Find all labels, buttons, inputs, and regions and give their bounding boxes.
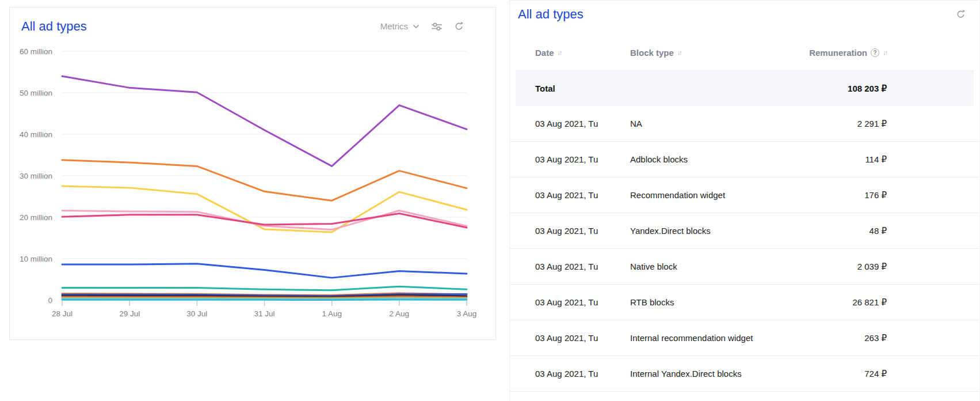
row-remuneration: 263 ₽ xyxy=(864,320,887,355)
x-axis-label: 2 Aug xyxy=(390,309,410,318)
chart-line-teal xyxy=(62,286,467,290)
row-block-type: Internal recommendation widget xyxy=(630,320,753,355)
x-axis-label: 29 Jul xyxy=(119,309,140,318)
table-row: 03 Aug 2021, Tu RTB blocks 26 821 ₽ xyxy=(510,285,979,320)
table-row: 03 Aug 2021, Tu NA 2 291 ₽ xyxy=(510,106,979,142)
row-block-type: NA xyxy=(630,106,642,141)
row-block-type: Yandex.Direct blocks xyxy=(630,213,711,248)
row-remuneration: 724 ₽ xyxy=(864,356,887,391)
sort-icon: ↓↑ xyxy=(883,49,887,56)
x-axis-label: 31 Jul xyxy=(254,309,274,318)
help-icon[interactable]: ? xyxy=(871,48,879,57)
y-axis-label: 30 million xyxy=(20,172,52,180)
y-axis-label: 0 xyxy=(48,296,52,305)
y-axis-label: 50 million xyxy=(20,89,52,97)
sort-icon: ↓↑ xyxy=(558,49,562,56)
chart-card: All ad types Metrics xyxy=(9,7,496,340)
y-axis-label: 60 million xyxy=(20,47,52,56)
y-axis-label: 20 million xyxy=(20,213,52,222)
row-block-type: RTB blocks xyxy=(630,285,674,320)
row-remuneration: 114 ₽ xyxy=(865,142,887,177)
column-label: Remuneration xyxy=(809,48,867,58)
row-date: 03 Aug 2021, Tu xyxy=(535,356,598,391)
row-remuneration: 48 ₽ xyxy=(870,213,887,248)
chart-line-purple xyxy=(62,76,467,166)
table-row: 03 Aug 2021, Tu Internal recommendation … xyxy=(510,320,979,356)
total-label: Total xyxy=(535,71,555,106)
column-header-remuneration[interactable]: Remuneration ? ↓↑ xyxy=(809,41,887,64)
column-header-block-type[interactable]: Block type ↓↑ xyxy=(630,41,681,64)
y-axis-label: 10 million xyxy=(20,255,52,263)
chart-line-blue xyxy=(62,264,467,278)
row-date: 03 Aug 2021, Tu xyxy=(535,106,598,141)
chart-line-light-pink xyxy=(62,210,467,229)
row-date: 03 Aug 2021, Tu xyxy=(535,142,598,177)
table-row: 03 Aug 2021, Tu Internal Yandex.Direct b… xyxy=(510,356,979,392)
row-date: 03 Aug 2021, Tu xyxy=(535,177,598,213)
row-block-type: Native block xyxy=(630,249,677,284)
row-remuneration: 2 039 ₽ xyxy=(857,249,887,284)
table-header-row: Date ↓↑ Block type ↓↑ Remuneration ? ↓↑ xyxy=(510,41,979,64)
y-axis-label: 40 million xyxy=(20,130,52,139)
total-value: 108 203 ₽ xyxy=(848,71,887,106)
row-remuneration: 2 291 ₽ xyxy=(857,106,887,141)
x-axis-label: 3 Aug xyxy=(457,309,477,318)
line-chart: 60 million50 million40 million30 million… xyxy=(10,7,497,341)
table-title: All ad types xyxy=(518,7,584,22)
x-axis-label: 28 Jul xyxy=(52,309,73,318)
column-label: Block type xyxy=(630,48,674,58)
table-total-row: Total 108 203 ₽ xyxy=(516,70,974,106)
table-row: 03 Aug 2021, Tu Yandex.Direct blocks 48 … xyxy=(510,213,979,249)
row-date: 03 Aug 2021, Tu xyxy=(535,320,598,355)
row-date: 03 Aug 2021, Tu xyxy=(535,285,598,320)
x-axis-label: 30 Jul xyxy=(186,309,207,318)
row-remuneration: 176 ₽ xyxy=(864,177,887,213)
sort-icon: ↓↑ xyxy=(677,49,681,56)
row-remuneration: 26 821 ₽ xyxy=(852,285,887,320)
table-card: All ad types Date ↓↑ Block type ↓↑ Remun… xyxy=(509,0,980,401)
row-block-type: Internal Yandex.Direct blocks xyxy=(630,356,742,391)
chart-line-pink xyxy=(62,214,467,228)
table-row: 03 Aug 2021, Tu Recommendation widget 17… xyxy=(510,177,979,213)
x-axis-label: 1 Aug xyxy=(322,309,342,318)
table-row: 03 Aug 2021, Tu Adblock blocks 114 ₽ xyxy=(510,142,979,177)
column-header-date[interactable]: Date ↓↑ xyxy=(535,41,562,64)
table-refresh-button[interactable] xyxy=(956,9,966,19)
row-block-type: Adblock blocks xyxy=(630,142,688,177)
column-label: Date xyxy=(535,48,554,58)
row-block-type: Recommendation widget xyxy=(630,177,725,213)
row-date: 03 Aug 2021, Tu xyxy=(535,213,598,248)
table-row: 03 Aug 2021, Tu Native block 2 039 ₽ xyxy=(510,249,979,285)
refresh-icon xyxy=(956,9,966,19)
row-date: 03 Aug 2021, Tu xyxy=(535,249,598,284)
